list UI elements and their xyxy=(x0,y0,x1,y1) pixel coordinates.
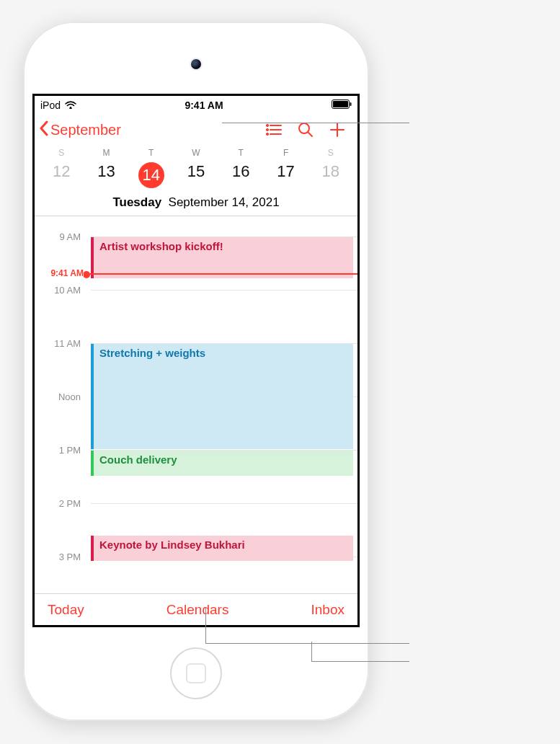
battery-icon xyxy=(332,99,352,111)
svg-point-4 xyxy=(266,124,268,126)
day-number[interactable]: 18 xyxy=(308,161,353,192)
svg-point-0 xyxy=(70,107,72,109)
plus-icon xyxy=(329,121,346,138)
full-date: Tuesday September 14, 2021 xyxy=(35,192,357,216)
day-number[interactable]: 15 xyxy=(174,161,218,192)
hour-label: Noon xyxy=(35,391,86,402)
selected-day-indicator: 14 xyxy=(138,162,164,188)
hour-gridline xyxy=(91,290,357,291)
status-time: 9:41 AM xyxy=(76,99,332,111)
svg-rect-2 xyxy=(333,101,348,107)
weekday-header: S xyxy=(308,148,353,161)
weekday-header: M xyxy=(84,148,128,161)
hour-label: 11 AM xyxy=(35,338,86,349)
status-bar: iPod 9:41 AM xyxy=(35,96,357,113)
weekday-header: T xyxy=(218,148,263,161)
day-number[interactable]: 13 xyxy=(84,161,128,192)
current-time-indicator xyxy=(86,273,357,275)
date-label: September 14, 2021 xyxy=(169,195,280,209)
weekday-header: F xyxy=(263,148,308,161)
svg-rect-3 xyxy=(350,102,352,106)
day-number[interactable]: 16 xyxy=(218,161,263,192)
hour-label: 3 PM xyxy=(35,552,86,562)
home-button[interactable] xyxy=(170,647,222,699)
hour-label: 2 PM xyxy=(35,498,86,509)
weekday-label: Tuesday xyxy=(112,195,161,209)
search-icon xyxy=(297,121,314,138)
hour-label: 1 PM xyxy=(35,445,86,456)
calendar-event[interactable]: Keynote by Lindsey Bukhari xyxy=(91,536,353,561)
svg-point-6 xyxy=(266,128,268,130)
device-camera xyxy=(191,59,201,69)
hour-label: 9 AM xyxy=(35,231,86,242)
weekday-header: W xyxy=(174,148,218,161)
today-button[interactable]: Today xyxy=(48,602,84,618)
wifi-icon xyxy=(65,99,76,111)
back-button[interactable]: September xyxy=(39,120,121,140)
hour-gridline xyxy=(91,503,357,504)
inbox-button[interactable]: Inbox xyxy=(311,602,345,618)
svg-point-8 xyxy=(266,133,268,135)
callout-line xyxy=(205,608,206,643)
list-view-button[interactable] xyxy=(258,114,290,146)
calendar-event[interactable]: Stretching + weights xyxy=(91,344,353,449)
back-label: September xyxy=(50,122,121,138)
weekday-header: S xyxy=(39,148,84,161)
add-event-button[interactable] xyxy=(321,114,353,146)
week-header: SMTWTFS 12131415161718 xyxy=(35,146,357,192)
nav-bar: September xyxy=(35,113,357,146)
list-icon xyxy=(265,123,283,137)
current-time-label: 9:41 AM xyxy=(35,268,84,278)
day-number[interactable]: 12 xyxy=(39,161,84,192)
day-timeline[interactable]: 9 AM10 AM11 AMNoon1 PM2 PM3 PMArtist wor… xyxy=(35,216,357,593)
day-number[interactable]: 14 xyxy=(129,161,174,192)
search-button[interactable] xyxy=(290,114,321,146)
callout-line xyxy=(311,661,409,662)
weekday-header: T xyxy=(129,148,174,161)
callout-line xyxy=(311,642,312,661)
screen: iPod 9:41 AM September xyxy=(32,94,360,627)
carrier-label: iPod xyxy=(40,99,61,111)
svg-line-11 xyxy=(308,132,312,136)
hour-label: 10 AM xyxy=(35,285,86,296)
bottom-toolbar: Today Calendars Inbox xyxy=(35,593,357,625)
chevron-left-icon xyxy=(39,120,49,140)
calendar-event[interactable]: Couch delivery xyxy=(91,451,353,476)
day-number[interactable]: 17 xyxy=(263,161,308,192)
callout-line xyxy=(205,643,409,644)
callout-line xyxy=(222,123,409,123)
calendars-button[interactable]: Calendars xyxy=(166,602,229,618)
